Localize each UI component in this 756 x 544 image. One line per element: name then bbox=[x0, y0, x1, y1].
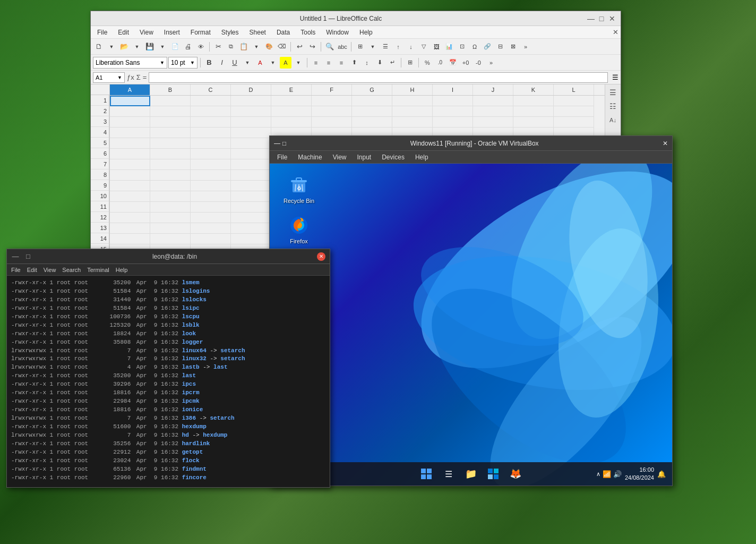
cell-k1[interactable] bbox=[513, 96, 554, 106]
save-button[interactable]: 💾 bbox=[144, 41, 156, 53]
text-wrap-button[interactable]: ↵ bbox=[386, 57, 398, 69]
cell-a7[interactable] bbox=[110, 159, 150, 170]
cell-d8[interactable] bbox=[231, 170, 271, 181]
col-header-b[interactable]: B bbox=[150, 84, 191, 95]
cell-d4[interactable] bbox=[231, 128, 271, 138]
menu-file[interactable]: File bbox=[93, 28, 111, 37]
menu-view[interactable]: View bbox=[135, 28, 158, 37]
align-right-button[interactable]: ≡ bbox=[336, 57, 347, 69]
row-header-11[interactable]: 11 bbox=[91, 201, 109, 212]
cell-l3[interactable] bbox=[554, 117, 594, 128]
cell-d1[interactable] bbox=[231, 96, 271, 106]
cell-d10[interactable] bbox=[231, 191, 271, 202]
cell-a5[interactable] bbox=[110, 138, 150, 149]
cell-reference-box[interactable]: A1 ▼ bbox=[93, 72, 125, 83]
sidebar-toggle-icon[interactable]: ☰ bbox=[612, 73, 618, 81]
menu-styles[interactable]: Styles bbox=[217, 28, 243, 37]
merge-cells-button[interactable]: ⊞ bbox=[404, 57, 416, 69]
cell-j2[interactable] bbox=[473, 106, 513, 117]
cut-button[interactable]: ✂ bbox=[212, 41, 224, 53]
cell-b13[interactable] bbox=[150, 223, 191, 234]
cell-a8[interactable] bbox=[110, 170, 150, 181]
cell-d2[interactable] bbox=[231, 106, 271, 117]
more-toolbar[interactable]: » bbox=[520, 41, 531, 53]
taskbar-files-button[interactable]: 📁 bbox=[461, 464, 480, 483]
menu-help[interactable]: Help bbox=[355, 28, 377, 37]
tray-arrow-icon[interactable]: ∧ bbox=[596, 471, 600, 478]
decimal-format-button[interactable]: .0 bbox=[434, 57, 446, 69]
col-header-h[interactable]: H bbox=[392, 84, 433, 95]
cell-g1[interactable] bbox=[352, 96, 392, 106]
align-top-button[interactable]: ⬆ bbox=[348, 57, 360, 69]
cell-b14[interactable] bbox=[150, 234, 191, 244]
align-middle-button[interactable]: ↕ bbox=[361, 57, 373, 69]
menu-sheet[interactable]: Sheet bbox=[245, 28, 270, 37]
open-button[interactable]: 📂 bbox=[118, 41, 130, 53]
cell-b9[interactable] bbox=[150, 181, 191, 191]
cell-f3[interactable] bbox=[312, 117, 352, 128]
cell-b3[interactable] bbox=[150, 117, 191, 128]
taskbar-firefox-button[interactable]: 🦊 bbox=[506, 464, 525, 483]
underline-button[interactable]: U bbox=[229, 57, 240, 69]
cell-a2[interactable] bbox=[110, 106, 150, 117]
cell-a14[interactable] bbox=[110, 234, 150, 244]
format-paint-button[interactable]: 🎨 bbox=[263, 41, 275, 53]
cell-i3[interactable] bbox=[433, 117, 473, 128]
bold-button[interactable]: B bbox=[203, 57, 215, 69]
taskbar-store-button[interactable] bbox=[484, 464, 503, 483]
align-bottom-button[interactable]: ⬇ bbox=[374, 57, 385, 69]
print-button[interactable]: 🖨 bbox=[182, 41, 194, 53]
libreoffice-close-button[interactable]: ✕ bbox=[608, 14, 616, 23]
equals-icon[interactable]: = bbox=[143, 73, 147, 81]
autofilter-button[interactable]: ▽ bbox=[418, 41, 429, 53]
vbox-menu-view[interactable]: View bbox=[330, 152, 350, 162]
function-wizard-icon[interactable]: ƒx bbox=[127, 73, 134, 81]
underline-dropdown[interactable]: ▼ bbox=[242, 57, 253, 69]
vbox-minimize-button[interactable]: — bbox=[274, 140, 280, 147]
cell-c4[interactable] bbox=[191, 128, 231, 138]
vbox-maximize-button[interactable]: □ bbox=[282, 140, 286, 147]
undo-button[interactable]: ↩ bbox=[294, 41, 305, 53]
insert-image-button[interactable]: 🖼 bbox=[431, 41, 442, 53]
libreoffice-maximize-button[interactable]: □ bbox=[597, 14, 606, 23]
libreoffice-minimize-button[interactable]: — bbox=[587, 14, 595, 23]
cell-a11[interactable] bbox=[110, 202, 150, 212]
cell-e1[interactable] bbox=[271, 96, 312, 106]
taskbar-start-button[interactable] bbox=[417, 464, 436, 483]
col-header-d[interactable]: D bbox=[231, 84, 271, 95]
cell-h2[interactable] bbox=[392, 106, 433, 117]
cell-e3[interactable] bbox=[271, 117, 312, 128]
cell-h3[interactable] bbox=[392, 117, 433, 128]
cell-g2[interactable] bbox=[352, 106, 392, 117]
cell-a3[interactable] bbox=[110, 117, 150, 128]
cell-a10[interactable] bbox=[110, 191, 150, 202]
menu-format[interactable]: Format bbox=[186, 28, 215, 37]
row-header-9[interactable]: 9 bbox=[91, 180, 109, 191]
vbox-menu-file[interactable]: File bbox=[274, 152, 290, 162]
cell-j3[interactable] bbox=[473, 117, 513, 128]
col-header-l[interactable]: L bbox=[554, 84, 594, 95]
sort-desc-button[interactable]: ↓ bbox=[405, 41, 417, 53]
number-format-button[interactable]: % bbox=[422, 57, 433, 69]
row-header-2[interactable]: 2 bbox=[91, 106, 109, 116]
cell-d5[interactable] bbox=[231, 138, 271, 149]
cell-b7[interactable] bbox=[150, 159, 191, 170]
terminal-minimize-button[interactable]: — bbox=[11, 252, 20, 261]
col-header-k[interactable]: K bbox=[513, 84, 554, 95]
decrease-indent[interactable]: -0 bbox=[472, 57, 484, 69]
cell-a13[interactable] bbox=[110, 223, 150, 234]
redo-button[interactable]: ↪ bbox=[306, 41, 318, 53]
sidebar-navigator-icon[interactable]: A↓ bbox=[607, 114, 619, 126]
more-formatting[interactable]: » bbox=[485, 57, 497, 69]
align-left-button[interactable]: ≡ bbox=[310, 57, 322, 69]
highlight-dropdown[interactable]: ▼ bbox=[293, 57, 304, 69]
font-name-selector[interactable]: Liberation Sans ▼ bbox=[93, 57, 167, 69]
insert-header[interactable]: ⊟ bbox=[494, 41, 506, 53]
terminal-close-button[interactable]: ✕ bbox=[317, 252, 325, 261]
save-dropdown[interactable]: ▼ bbox=[157, 41, 168, 53]
cell-d13[interactable] bbox=[231, 223, 271, 234]
new-dropdown[interactable]: ▼ bbox=[106, 41, 117, 53]
menu-edit[interactable]: Edit bbox=[114, 28, 133, 37]
find-button[interactable]: 🔍 bbox=[324, 41, 336, 53]
taskbar-clock[interactable]: 16:00 24/08/2024 bbox=[625, 466, 654, 482]
